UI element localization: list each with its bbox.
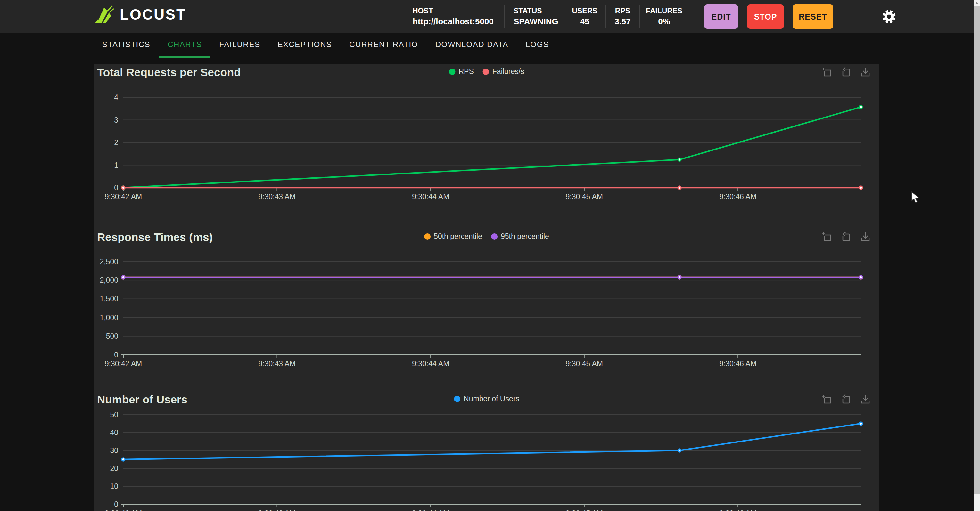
scroll-up-arrow-icon bbox=[975, 2, 979, 5]
chart-title-users: Number of Users bbox=[97, 393, 188, 406]
legend-response-times: 50th percentile 95th percentile bbox=[424, 232, 549, 241]
chart-canvas-users[interactable]: 010203040509:30:42 AM9:30:43 AM9:30:44 A… bbox=[94, 405, 880, 511]
edit-button[interactable]: EDIT bbox=[704, 5, 738, 29]
stat-failures-label: FAILURES bbox=[646, 6, 682, 16]
svg-text:2,000: 2,000 bbox=[100, 276, 118, 284]
legend-users: Number of Users bbox=[454, 394, 519, 403]
svg-text:2,500: 2,500 bbox=[100, 257, 118, 266]
download-chart-icon[interactable] bbox=[859, 67, 871, 78]
toolbox-total-rps bbox=[821, 67, 871, 78]
svg-text:30: 30 bbox=[110, 446, 118, 455]
stat-failures-value: 0% bbox=[658, 16, 670, 27]
legend-label-95th: 95th percentile bbox=[501, 232, 549, 241]
legend-label-rps: RPS bbox=[459, 67, 474, 76]
tab-exceptions[interactable]: EXCEPTIONS bbox=[269, 33, 340, 58]
svg-text:9:30:45 AM: 9:30:45 AM bbox=[566, 360, 603, 368]
chart-header-total-rps: Total Requests per Second RPS Failures/s bbox=[94, 66, 880, 79]
legend-item-95th[interactable]: 95th percentile bbox=[491, 232, 549, 241]
download-chart-icon[interactable] bbox=[859, 232, 871, 243]
svg-text:1: 1 bbox=[114, 161, 118, 169]
svg-text:1,500: 1,500 bbox=[100, 295, 118, 303]
toolbox-users bbox=[821, 394, 871, 405]
page-scrollbar bbox=[974, 0, 980, 511]
tab-failures[interactable]: FAILURES bbox=[210, 33, 269, 58]
chart-canvas-total-rps[interactable]: 012349:30:42 AM9:30:43 AM9:30:44 AM9:30:… bbox=[94, 81, 880, 203]
stat-status: STATUS SPAWNING bbox=[504, 5, 564, 28]
tab-download-data[interactable]: DOWNLOAD DATA bbox=[427, 33, 517, 58]
stat-rps-label: RPS bbox=[615, 6, 630, 16]
legend-item-rps[interactable]: RPS bbox=[449, 67, 474, 76]
restore-icon[interactable] bbox=[840, 67, 852, 78]
svg-text:0: 0 bbox=[114, 184, 118, 192]
svg-text:20: 20 bbox=[110, 464, 118, 473]
svg-text:0: 0 bbox=[114, 500, 118, 508]
locust-logo[interactable]: LOCUST bbox=[95, 5, 186, 24]
zoom-select-icon[interactable] bbox=[821, 67, 833, 78]
legend-dot-rps bbox=[449, 68, 455, 75]
svg-text:0: 0 bbox=[114, 351, 118, 359]
legend-dot-users bbox=[454, 396, 460, 402]
zoom-select-icon[interactable] bbox=[821, 394, 833, 405]
legend-total-rps: RPS Failures/s bbox=[449, 67, 525, 76]
svg-text:9:30:44 AM: 9:30:44 AM bbox=[412, 192, 449, 201]
legend-dot-50th bbox=[424, 233, 431, 240]
legend-item-users[interactable]: Number of Users bbox=[454, 394, 519, 403]
settings-button[interactable] bbox=[880, 8, 898, 25]
stat-status-value: SPAWNING bbox=[514, 16, 558, 27]
header-stats: HOST http://localhost:5000 STATUS SPAWNI… bbox=[413, 0, 689, 33]
download-chart-icon[interactable] bbox=[859, 394, 871, 405]
chart-title-total-rps: Total Requests per Second bbox=[97, 66, 241, 79]
stat-status-label: STATUS bbox=[514, 6, 542, 16]
scrollbar-up-button[interactable] bbox=[974, 0, 980, 6]
svg-text:9:30:43 AM: 9:30:43 AM bbox=[258, 192, 295, 201]
svg-text:9:30:45 AM: 9:30:45 AM bbox=[566, 192, 603, 201]
legend-dot-failures bbox=[483, 68, 489, 75]
legend-dot-95th bbox=[491, 233, 498, 240]
legend-item-50th[interactable]: 50th percentile bbox=[424, 232, 482, 241]
svg-text:50: 50 bbox=[110, 411, 118, 419]
stat-failures: FAILURES 0% bbox=[640, 5, 689, 28]
svg-text:9:30:42 AM: 9:30:42 AM bbox=[105, 509, 142, 511]
stop-button[interactable]: STOP bbox=[747, 5, 784, 29]
svg-text:9:30:44 AM: 9:30:44 AM bbox=[412, 509, 449, 511]
svg-text:9:30:42 AM: 9:30:42 AM bbox=[105, 360, 142, 368]
chart-canvas-response-times[interactable]: 05001,0001,5002,0002,5009:30:42 AM9:30:4… bbox=[94, 249, 880, 371]
tab-current-ratio[interactable]: CURRENT RATIO bbox=[340, 33, 427, 58]
svg-text:10: 10 bbox=[110, 482, 118, 490]
restore-icon[interactable] bbox=[840, 232, 852, 243]
locust-app: LOCUST HOST http://localhost:5000 STATUS… bbox=[0, 0, 980, 511]
reset-button[interactable]: RESET bbox=[792, 5, 833, 29]
mouse-cursor-icon bbox=[911, 191, 922, 204]
legend-label-failures: Failures/s bbox=[492, 67, 525, 76]
toolbox-response-times bbox=[821, 232, 871, 243]
brand-name: LOCUST bbox=[120, 6, 186, 23]
stat-host: HOST http://localhost:5000 bbox=[413, 5, 504, 28]
svg-text:500: 500 bbox=[106, 332, 118, 340]
legend-item-failures[interactable]: Failures/s bbox=[483, 67, 525, 76]
gear-icon bbox=[881, 9, 897, 25]
tab-statistics[interactable]: STATISTICS bbox=[94, 33, 159, 58]
stat-host-value: http://localhost:5000 bbox=[413, 16, 494, 27]
svg-text:9:30:45 AM: 9:30:45 AM bbox=[566, 509, 603, 511]
stat-users-value: 45 bbox=[580, 16, 589, 27]
svg-text:40: 40 bbox=[110, 428, 118, 437]
scrollbar-thumb[interactable] bbox=[974, 6, 980, 494]
tab-charts[interactable]: CHARTS bbox=[159, 33, 210, 58]
svg-text:9:30:42 AM: 9:30:42 AM bbox=[105, 192, 142, 201]
charts-panel: Total Requests per Second RPS Failures/s bbox=[94, 64, 880, 511]
tab-logs[interactable]: LOGS bbox=[517, 33, 558, 58]
svg-text:9:30:43 AM: 9:30:43 AM bbox=[258, 360, 295, 368]
stat-rps: RPS 3.57 bbox=[606, 5, 640, 28]
svg-text:9:30:46 AM: 9:30:46 AM bbox=[719, 509, 756, 511]
chart-header-response-times: Response Times (ms) 50th percentile 95th… bbox=[94, 231, 880, 244]
svg-text:3: 3 bbox=[114, 116, 118, 124]
main-tabs: STATISTICS CHARTS FAILURES EXCEPTIONS CU… bbox=[0, 33, 980, 64]
zoom-select-icon[interactable] bbox=[821, 232, 833, 243]
chart-title-response-times: Response Times (ms) bbox=[97, 231, 213, 244]
svg-text:9:30:46 AM: 9:30:46 AM bbox=[719, 192, 756, 201]
stat-host-label: HOST bbox=[413, 6, 433, 16]
chart-header-users: Number of Users Number of Users bbox=[94, 393, 880, 406]
svg-text:2: 2 bbox=[114, 138, 118, 147]
restore-icon[interactable] bbox=[840, 394, 852, 405]
app-header: LOCUST HOST http://localhost:5000 STATUS… bbox=[0, 0, 980, 33]
